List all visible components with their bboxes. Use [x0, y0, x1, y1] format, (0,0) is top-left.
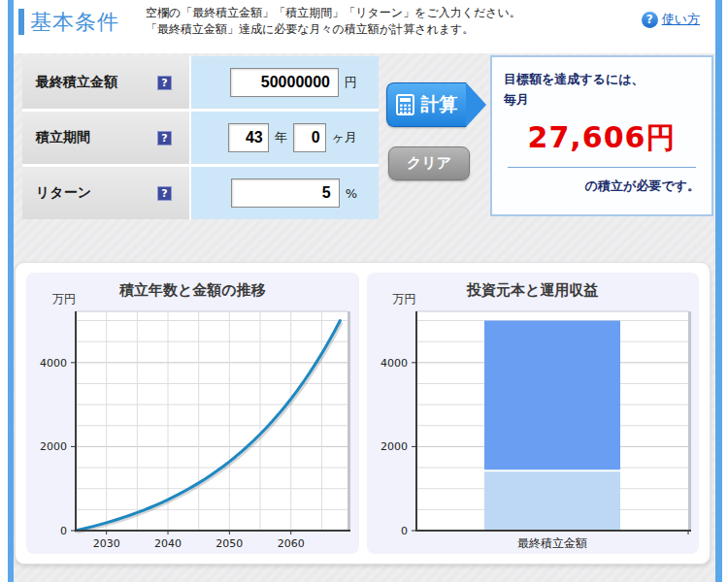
svg-text:4000: 4000 — [40, 357, 67, 370]
page-title: 基本条件 — [30, 8, 119, 37]
return-label: リターン — [36, 184, 91, 202]
svg-text:2050: 2050 — [216, 537, 244, 550]
calculator-icon — [396, 94, 414, 115]
return-unit: % — [346, 186, 357, 201]
clear-button[interactable]: クリア — [388, 146, 470, 180]
input-form: 最終積立金額 ? 円 積立期間 ? 年 ヶ月 リターン ? — [22, 56, 379, 219]
return-value-cell: % — [191, 167, 379, 219]
period-label-cell: 積立期間 ? — [22, 112, 189, 164]
final-amount-input[interactable] — [230, 68, 339, 97]
instructions-line2: 「最終積立金額」達成に必要な月々の積立額が計算されます。 — [146, 21, 521, 38]
page-border-right — [715, 0, 722, 582]
line-chart-title: 積立年数と金額の推移 — [26, 273, 359, 300]
help-question-icon[interactable]: ? — [642, 12, 658, 28]
bar-chart-title: 投資元本と運用収益 — [367, 273, 700, 300]
help-link[interactable]: ? 使い方 — [642, 11, 700, 28]
bar-chart-unit-label: 万円 — [393, 291, 416, 307]
result-suffix: の積立が必要です。 — [504, 178, 700, 195]
result-divider — [508, 167, 696, 168]
calculate-button[interactable]: 計算 — [386, 82, 466, 127]
line-chart: 2030204020502060020004000 — [26, 307, 359, 556]
period-years-input[interactable] — [228, 123, 269, 152]
calculate-button-arrow[interactable] — [466, 82, 486, 127]
result-amount: 27,606円 — [504, 118, 700, 158]
period-years-unit: 年 — [275, 129, 287, 146]
svg-text:0: 0 — [60, 525, 67, 537]
bar-chart-card: 投資元本と運用収益 万円 最終積立金額020004000 — [367, 273, 700, 554]
bar-chart: 最終積立金額020004000 — [367, 307, 700, 556]
result-line2: 毎月 — [504, 89, 700, 110]
period-months-input[interactable] — [293, 123, 326, 152]
return-label-cell: リターン ? — [22, 167, 189, 219]
header: 基本条件 空欄の「最終積立金額」「積立期間」「リターン」をご入力ください。 「最… — [14, 0, 715, 53]
return-input[interactable] — [231, 178, 340, 208]
bar-chart-head: 投資元本と運用収益 万円 — [367, 273, 700, 304]
final-amount-unit: 円 — [345, 74, 357, 91]
svg-text:最終積立金額: 最終積立金額 — [517, 536, 587, 550]
charts-panel: 積立年数と金額の推移 万円 2030204020502060020004000 … — [15, 262, 711, 565]
period-value-cell: 年 ヶ月 — [191, 112, 379, 164]
help-link-label[interactable]: 使い方 — [662, 11, 700, 28]
final-amount-label: 最終積立金額 — [36, 74, 117, 91]
result-box: 目標額を達成するには、 毎月 27,606円 の積立が必要です。 — [490, 55, 713, 216]
final-amount-help-icon[interactable]: ? — [157, 76, 172, 90]
instructions: 空欄の「最終積立金額」「積立期間」「リターン」をご入力ください。 「最終積立金額… — [146, 5, 521, 38]
svg-text:2040: 2040 — [154, 537, 182, 550]
line-chart-unit-label: 万円 — [52, 291, 76, 307]
instructions-line1: 空欄の「最終積立金額」「積立期間」「リターン」をご入力ください。 — [146, 5, 521, 21]
line-chart-card: 積立年数と金額の推移 万円 2030204020502060020004000 — [26, 273, 359, 554]
svg-text:2000: 2000 — [381, 440, 408, 453]
period-label: 積立期間 — [36, 129, 90, 146]
svg-text:4000: 4000 — [381, 357, 408, 370]
final-amount-value-cell: 円 — [191, 56, 379, 109]
page-content: 基本条件 空欄の「最終積立金額」「積立期間」「リターン」をご入力ください。 「最… — [14, 0, 715, 582]
period-months-unit: ヶ月 — [332, 129, 357, 146]
result-line1: 目標額を達成するには、 — [504, 69, 700, 89]
svg-text:2060: 2060 — [278, 537, 305, 550]
page-border-left — [8, 0, 14, 582]
line-chart-head: 積立年数と金額の推移 万円 — [26, 273, 359, 304]
return-help-icon[interactable]: ? — [157, 186, 172, 201]
title-accent-bar — [18, 9, 24, 35]
main-band: 最終積立金額 ? 円 積立期間 ? 年 ヶ月 リターン ? — [14, 53, 715, 582]
final-amount-label-cell: 最終積立金額 ? — [22, 56, 189, 109]
svg-text:2030: 2030 — [93, 537, 120, 550]
period-help-icon[interactable]: ? — [157, 131, 172, 146]
calculate-button-label: 計算 — [421, 92, 458, 117]
svg-text:0: 0 — [401, 525, 408, 537]
svg-text:2000: 2000 — [40, 440, 67, 453]
